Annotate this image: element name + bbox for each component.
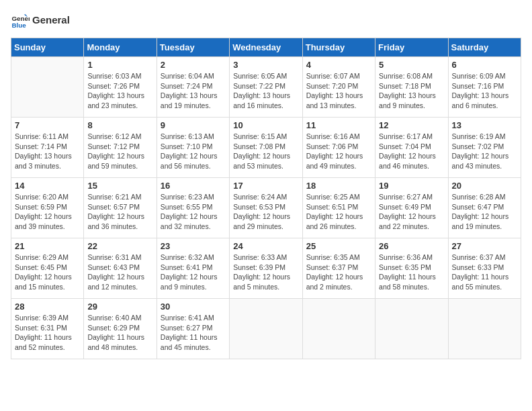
- day-cell: 15Sunrise: 6:21 AM Sunset: 6:57 PM Dayli…: [84, 178, 157, 238]
- day-info: Sunrise: 6:21 AM Sunset: 6:57 PM Dayligh…: [87, 192, 152, 232]
- day-number: 6: [452, 60, 517, 70]
- day-cell: 3Sunrise: 6:05 AM Sunset: 7:22 PM Daylig…: [230, 57, 302, 118]
- day-number: 27: [452, 241, 517, 251]
- header-cell-sunday: Sunday: [11, 38, 84, 57]
- day-cell: 25Sunrise: 6:35 AM Sunset: 6:37 PM Dayli…: [302, 238, 375, 299]
- day-cell: 23Sunrise: 6:32 AM Sunset: 6:41 PM Dayli…: [157, 238, 229, 299]
- day-cell: 16Sunrise: 6:23 AM Sunset: 6:55 PM Dayli…: [157, 178, 229, 238]
- logo-icon: General Blue: [11, 11, 30, 30]
- day-info: Sunrise: 6:03 AM Sunset: 7:26 PM Dayligh…: [87, 71, 152, 111]
- day-info: Sunrise: 6:35 AM Sunset: 6:37 PM Dayligh…: [306, 253, 371, 292]
- day-number: 3: [233, 60, 298, 70]
- day-number: 28: [15, 302, 80, 312]
- day-info: Sunrise: 6:19 AM Sunset: 7:02 PM Dayligh…: [452, 132, 517, 171]
- day-number: 8: [87, 120, 152, 130]
- day-number: 7: [15, 120, 80, 130]
- day-number: 9: [161, 120, 226, 130]
- day-info: Sunrise: 6:25 AM Sunset: 6:51 PM Dayligh…: [306, 192, 371, 232]
- day-number: 10: [233, 120, 298, 130]
- day-info: Sunrise: 6:16 AM Sunset: 7:06 PM Dayligh…: [306, 132, 371, 171]
- day-info: Sunrise: 6:33 AM Sunset: 6:39 PM Dayligh…: [233, 253, 298, 292]
- day-cell: 17Sunrise: 6:24 AM Sunset: 6:53 PM Dayli…: [230, 178, 302, 238]
- day-info: Sunrise: 6:12 AM Sunset: 7:12 PM Dayligh…: [87, 132, 152, 171]
- day-number: 22: [87, 241, 152, 251]
- day-cell: 10Sunrise: 6:15 AM Sunset: 7:08 PM Dayli…: [230, 118, 302, 178]
- day-number: 1: [87, 60, 152, 70]
- day-number: 4: [306, 60, 371, 70]
- day-number: 25: [306, 241, 371, 251]
- calendar-table: SundayMondayTuesdayWednesdayThursdayFrid…: [11, 38, 521, 359]
- day-info: Sunrise: 6:31 AM Sunset: 6:43 PM Dayligh…: [87, 253, 152, 292]
- svg-text:Blue: Blue: [11, 21, 26, 29]
- day-number: 30: [161, 302, 226, 312]
- header-cell-tuesday: Tuesday: [157, 38, 229, 57]
- day-number: 24: [233, 241, 298, 251]
- day-cell: 19Sunrise: 6:27 AM Sunset: 6:49 PM Dayli…: [375, 178, 448, 238]
- day-cell: 18Sunrise: 6:25 AM Sunset: 6:51 PM Dayli…: [302, 178, 375, 238]
- header-cell-friday: Friday: [375, 38, 448, 57]
- week-row-1: 7Sunrise: 6:11 AM Sunset: 7:14 PM Daylig…: [11, 118, 521, 178]
- day-cell: 30Sunrise: 6:41 AM Sunset: 6:27 PM Dayli…: [157, 299, 229, 359]
- day-cell: 11Sunrise: 6:16 AM Sunset: 7:06 PM Dayli…: [302, 118, 375, 178]
- week-row-2: 14Sunrise: 6:20 AM Sunset: 6:59 PM Dayli…: [11, 178, 521, 238]
- day-number: 20: [452, 181, 517, 191]
- day-cell: 14Sunrise: 6:20 AM Sunset: 6:59 PM Dayli…: [11, 178, 84, 238]
- day-cell: 24Sunrise: 6:33 AM Sunset: 6:39 PM Dayli…: [230, 238, 302, 299]
- header-cell-saturday: Saturday: [448, 38, 521, 57]
- day-number: 14: [15, 181, 80, 191]
- day-info: Sunrise: 6:09 AM Sunset: 7:16 PM Dayligh…: [452, 71, 517, 111]
- day-info: Sunrise: 6:41 AM Sunset: 6:27 PM Dayligh…: [161, 313, 226, 353]
- logo-general: General: [32, 14, 70, 26]
- day-number: 17: [233, 181, 298, 191]
- day-number: 11: [306, 120, 371, 130]
- day-cell: 26Sunrise: 6:36 AM Sunset: 6:35 PM Dayli…: [375, 238, 448, 299]
- day-cell: 1Sunrise: 6:03 AM Sunset: 7:26 PM Daylig…: [84, 57, 157, 118]
- day-cell: [230, 299, 302, 359]
- header-cell-monday: Monday: [84, 38, 157, 57]
- day-cell: 13Sunrise: 6:19 AM Sunset: 7:02 PM Dayli…: [448, 118, 521, 178]
- week-row-4: 28Sunrise: 6:39 AM Sunset: 6:31 PM Dayli…: [11, 299, 521, 359]
- logo: General Blue General: [11, 11, 70, 30]
- day-info: Sunrise: 6:17 AM Sunset: 7:04 PM Dayligh…: [379, 132, 444, 171]
- day-number: 12: [379, 120, 444, 130]
- day-cell: 20Sunrise: 6:28 AM Sunset: 6:47 PM Dayli…: [448, 178, 521, 238]
- day-number: 21: [15, 241, 80, 251]
- day-cell: 6Sunrise: 6:09 AM Sunset: 7:16 PM Daylig…: [448, 57, 521, 118]
- header: General Blue General: [11, 11, 521, 30]
- day-number: 15: [87, 181, 152, 191]
- day-cell: 12Sunrise: 6:17 AM Sunset: 7:04 PM Dayli…: [375, 118, 448, 178]
- day-number: 5: [379, 60, 444, 70]
- day-info: Sunrise: 6:39 AM Sunset: 6:31 PM Dayligh…: [15, 313, 80, 353]
- day-number: 18: [306, 181, 371, 191]
- day-info: Sunrise: 6:15 AM Sunset: 7:08 PM Dayligh…: [233, 132, 298, 171]
- day-info: Sunrise: 6:07 AM Sunset: 7:20 PM Dayligh…: [306, 71, 371, 111]
- day-cell: 28Sunrise: 6:39 AM Sunset: 6:31 PM Dayli…: [11, 299, 84, 359]
- day-number: 19: [379, 181, 444, 191]
- day-info: Sunrise: 6:11 AM Sunset: 7:14 PM Dayligh…: [15, 132, 80, 171]
- day-info: Sunrise: 6:29 AM Sunset: 6:45 PM Dayligh…: [15, 253, 80, 292]
- day-info: Sunrise: 6:04 AM Sunset: 7:24 PM Dayligh…: [161, 71, 226, 111]
- day-info: Sunrise: 6:05 AM Sunset: 7:22 PM Dayligh…: [233, 71, 298, 111]
- day-cell: 22Sunrise: 6:31 AM Sunset: 6:43 PM Dayli…: [84, 238, 157, 299]
- day-info: Sunrise: 6:32 AM Sunset: 6:41 PM Dayligh…: [161, 253, 226, 292]
- day-cell: 21Sunrise: 6:29 AM Sunset: 6:45 PM Dayli…: [11, 238, 84, 299]
- header-row: SundayMondayTuesdayWednesdayThursdayFrid…: [11, 38, 521, 57]
- day-cell: [302, 299, 375, 359]
- day-info: Sunrise: 6:40 AM Sunset: 6:29 PM Dayligh…: [87, 313, 152, 353]
- day-info: Sunrise: 6:28 AM Sunset: 6:47 PM Dayligh…: [452, 192, 517, 232]
- day-cell: 29Sunrise: 6:40 AM Sunset: 6:29 PM Dayli…: [84, 299, 157, 359]
- day-cell: 27Sunrise: 6:37 AM Sunset: 6:33 PM Dayli…: [448, 238, 521, 299]
- day-number: 2: [161, 60, 226, 70]
- day-info: Sunrise: 6:36 AM Sunset: 6:35 PM Dayligh…: [379, 253, 444, 292]
- day-cell: 4Sunrise: 6:07 AM Sunset: 7:20 PM Daylig…: [302, 57, 375, 118]
- day-cell: 5Sunrise: 6:08 AM Sunset: 7:18 PM Daylig…: [375, 57, 448, 118]
- day-cell: 7Sunrise: 6:11 AM Sunset: 7:14 PM Daylig…: [11, 118, 84, 178]
- day-info: Sunrise: 6:27 AM Sunset: 6:49 PM Dayligh…: [379, 192, 444, 232]
- day-number: 23: [161, 241, 226, 251]
- day-cell: 9Sunrise: 6:13 AM Sunset: 7:10 PM Daylig…: [157, 118, 229, 178]
- day-cell: 8Sunrise: 6:12 AM Sunset: 7:12 PM Daylig…: [84, 118, 157, 178]
- day-info: Sunrise: 6:37 AM Sunset: 6:33 PM Dayligh…: [452, 253, 517, 292]
- header-cell-thursday: Thursday: [302, 38, 375, 57]
- day-info: Sunrise: 6:23 AM Sunset: 6:55 PM Dayligh…: [161, 192, 226, 232]
- day-cell: [448, 299, 521, 359]
